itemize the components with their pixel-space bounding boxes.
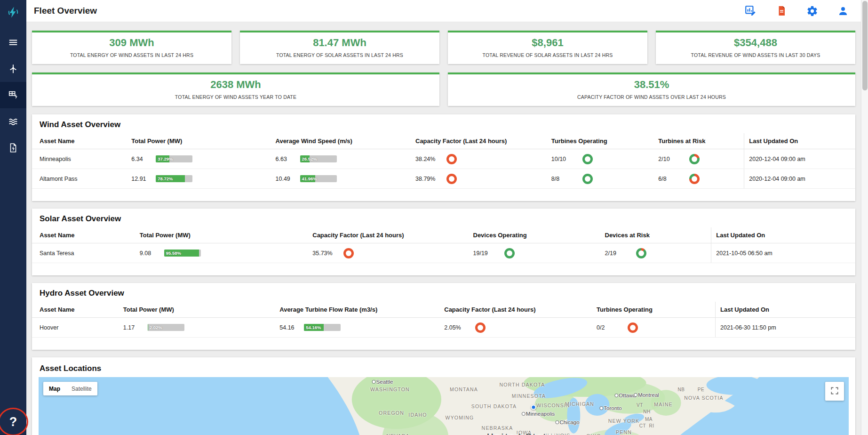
- topbar-actions: [744, 5, 849, 17]
- map-label: NH: [643, 409, 650, 414]
- column-header: Last Updated On: [744, 133, 855, 149]
- map[interactable]: SeattleWASHINGTONMONTANANORTH DAKOTAMINN…: [39, 377, 849, 435]
- table-cell: 2021-06-30 11:50 pm: [716, 318, 856, 338]
- metric-value: 8/8: [551, 176, 582, 182]
- table-cell: 38.79%: [411, 169, 547, 189]
- table-row[interactable]: Minneapolis6.3437.29%6.6326.52%38.24%10/…: [32, 149, 855, 169]
- scrollbar-thumb[interactable]: [862, 1, 868, 90]
- map-label: MA: [645, 417, 653, 422]
- metric-value: 54.16: [279, 324, 304, 331]
- kpi-card: $8,961TOTAL REVENUE OF SOLAR ASSETS IN L…: [448, 31, 647, 64]
- map-label: OREGON: [379, 410, 404, 416]
- kpi-value: 2638 MWh: [37, 79, 435, 91]
- status-donut-icon: [636, 248, 646, 258]
- asset-marker[interactable]: [531, 405, 536, 410]
- account-button[interactable]: [837, 5, 849, 16]
- map-label: MAINE: [654, 402, 672, 407]
- edit-dashboard-button[interactable]: [744, 5, 757, 17]
- map-type-control: Map Satellite: [43, 382, 97, 395]
- kpi-label: TOTAL ENERGY OF WIND ASSETS YEAR TO DATE: [37, 94, 435, 100]
- table-cell: 6/8: [653, 169, 744, 189]
- table-cell: 2/10: [653, 149, 744, 169]
- status-donut-icon: [504, 248, 515, 258]
- wind-turbine-icon: [8, 64, 18, 74]
- map-label: NEVADA: [386, 433, 410, 435]
- table-row[interactable]: Altamont Pass12.9178.72%10.4941.96%38.79…: [32, 169, 855, 189]
- metric-value: 35.73%: [312, 250, 343, 257]
- progress-bar-label: 37.29%: [158, 155, 173, 162]
- fleet-overview-icon: [8, 90, 18, 100]
- data-table: Asset NameTotal Power (MW)Average Wind S…: [32, 133, 855, 189]
- sidebar-item-wind-assets[interactable]: [0, 56, 26, 82]
- asset-tables: Wind Asset OverviewAsset NameTotal Power…: [32, 114, 855, 350]
- map-label: MICHIGAN: [565, 401, 594, 407]
- sidebar: ?: [0, 0, 26, 435]
- fullscreen-icon: [830, 386, 839, 397]
- progress-bar: 54.16%: [304, 324, 341, 331]
- sidebar-item-hydro-assets[interactable]: [0, 108, 26, 135]
- metric-value: 6.34: [131, 156, 156, 162]
- table-row[interactable]: Hoover1.172.02%54.1654.16%2.05%0/22021-0…: [32, 318, 855, 338]
- table-cell: 38.24%: [411, 149, 547, 169]
- table-header-row: Asset NameTotal Power (MW)Capacity Facto…: [32, 227, 855, 243]
- column-header: Asset Name: [32, 133, 127, 149]
- metric-with-bar: 6.3437.29%: [131, 155, 266, 162]
- table-cell: 2020-12-04 09:00 am: [744, 149, 855, 169]
- table-cell: Hoover: [32, 318, 119, 338]
- metric-with-donut: 38.79%: [415, 174, 542, 184]
- sidebar-item-menu[interactable]: [0, 29, 26, 56]
- settings-button[interactable]: [806, 5, 818, 17]
- progress-bar: 26.52%: [300, 155, 337, 162]
- table-header-row: Asset NameTotal Power (MW)Average Turbin…: [32, 302, 855, 318]
- table-cell: 8/8: [547, 169, 654, 189]
- data-table: Asset NameTotal Power (MW)Capacity Facto…: [32, 227, 855, 263]
- kpi-card: $354,488TOTAL REVENUE OF WIND ASSETS IN …: [656, 31, 855, 64]
- metric-value: 38.79%: [415, 176, 446, 182]
- main-area: Fleet Overview 309 MWhTOTAL ENERGY OF WI…: [26, 0, 861, 435]
- progress-bar: 41.96%: [300, 175, 337, 182]
- table-row[interactable]: Santa Teresa9.0895.58%35.73%19/192/19202…: [32, 243, 855, 263]
- map-label: Ottawa: [614, 393, 636, 398]
- wind-asset-overview-section: Wind Asset OverviewAsset NameTotal Power…: [32, 114, 855, 201]
- column-header: Devices Operating: [469, 227, 600, 243]
- map-label: Seattle: [372, 379, 393, 385]
- column-header: Capacity Factor (Last 24 hours): [308, 227, 468, 243]
- progress-bar-label: 2.02%: [150, 324, 162, 331]
- topbar: Fleet Overview: [26, 0, 861, 22]
- vertical-scrollbar[interactable]: [861, 0, 868, 435]
- map-type-satellite-button[interactable]: Satellite: [66, 382, 97, 395]
- progress-bar: 2.02%: [148, 324, 184, 331]
- sidebar-item-reports[interactable]: [0, 135, 26, 161]
- status-donut-icon: [689, 154, 700, 164]
- reports-button[interactable]: [776, 5, 787, 16]
- table-cell: 6.6326.52%: [271, 149, 411, 169]
- help-button[interactable]: ?: [2, 411, 24, 433]
- metric-value: 10.49: [276, 176, 300, 182]
- dashboard-edit-icon: [744, 11, 757, 18]
- help-button-wrap: ?: [2, 411, 24, 435]
- map-label: PENN: [616, 429, 632, 435]
- table-cell: 2/19: [600, 243, 711, 263]
- section-title: Hydro Asset Overview: [32, 289, 855, 298]
- sidebar-item-fleet-overview[interactable]: [0, 82, 26, 108]
- table-cell: Altamont Pass: [32, 169, 127, 189]
- fullscreen-button[interactable]: [825, 382, 844, 401]
- text-cell: 2021-06-30 11:50 pm: [720, 324, 851, 331]
- map-label: IDAHO: [408, 412, 427, 418]
- kpi-row-1: 309 MWhTOTAL ENERGY OF WIND ASSETS IN LA…: [32, 31, 855, 64]
- map-type-map-button[interactable]: Map: [43, 382, 66, 395]
- kpi-row-2: 2638 MWhTOTAL ENERGY OF WIND ASSETS YEAR…: [32, 72, 855, 106]
- app-logo[interactable]: [0, 0, 26, 26]
- column-header: Devices at Risk: [600, 227, 711, 243]
- column-header: Last Updated On: [711, 227, 855, 243]
- map-label: PE: [698, 387, 704, 392]
- asset-locations-section: Asset Locations: [32, 357, 855, 435]
- section-title: Solar Asset Overview: [32, 214, 855, 224]
- kpi-label: TOTAL REVENUE OF SOLAR ASSETS IN LAST 24…: [453, 52, 643, 58]
- table-cell: 6.3437.29%: [127, 149, 271, 169]
- map-label: NOVA SCOTIA: [684, 395, 724, 401]
- table-header-row: Asset NameTotal Power (MW)Average Wind S…: [32, 133, 855, 149]
- metric-with-donut: 0/2: [597, 322, 710, 333]
- table-cell: 1.172.02%: [119, 318, 275, 338]
- column-header: Asset Name: [32, 227, 135, 243]
